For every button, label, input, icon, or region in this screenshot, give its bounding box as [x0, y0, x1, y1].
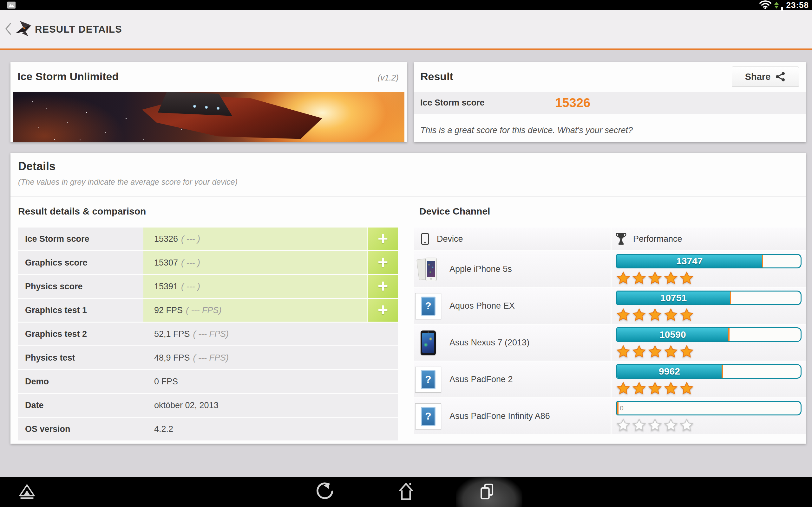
back-icon: [316, 482, 334, 502]
divider: [10, 196, 806, 197]
score-comment: This is a great score for this device. W…: [420, 125, 633, 135]
test-banner-image: [13, 92, 404, 142]
small-apps-icon: [17, 483, 37, 501]
star-filled-icon: [648, 308, 662, 322]
metric-label: Date: [18, 394, 143, 417]
3dmark-logo: [14, 20, 32, 38]
metric-value: 15307( --- ): [143, 251, 367, 274]
star-filled-icon: [664, 271, 678, 285]
result-card: Result Share Ice Storm score 15326 This …: [414, 62, 806, 142]
star-filled-icon: [648, 382, 662, 395]
metric-value: október 02, 2013: [143, 394, 398, 417]
device-placeholder-icon: ?: [415, 293, 441, 319]
metric-value: 0 FPS: [143, 370, 398, 393]
details-note: (The values in grey indicate the average…: [18, 177, 238, 187]
metric-label: OS version: [18, 418, 143, 441]
star-rating: [616, 308, 803, 322]
star-empty-icon: [680, 418, 694, 432]
star-filled-icon: [648, 271, 662, 285]
score-value: 15326: [555, 96, 590, 110]
star-filled-icon: [648, 345, 662, 359]
device-row[interactable]: Asus Nexus 7 (2013)10590: [414, 325, 806, 360]
comparison-row: Graphics test 192 FPS( --- FPS)+: [18, 299, 398, 322]
device-photo-iphone-5s: [415, 257, 441, 282]
device-channel-title: Device Channel: [419, 206, 490, 217]
star-filled-icon: [664, 345, 678, 359]
device-name: Asus PadFone Infinity A86: [450, 411, 550, 421]
test-name: Ice Storm Unlimited: [17, 70, 119, 83]
star-filled-icon: [680, 308, 694, 322]
performance-bar: 10590: [616, 327, 802, 342]
back-chevron-icon: [4, 21, 12, 38]
nav-home-button[interactable]: [382, 477, 430, 507]
header-back-button[interactable]: [0, 10, 14, 49]
comparison-row: Physics test48,9 FPS( --- FPS): [18, 346, 398, 369]
star-filled-icon: [616, 345, 630, 359]
share-icon: [775, 71, 786, 82]
star-filled-icon: [680, 345, 694, 359]
plus-icon: +: [378, 277, 388, 295]
device-row[interactable]: ?Asus PadFone 29962: [414, 361, 806, 397]
comparison-row: Dateoktóber 02, 2013: [18, 394, 398, 417]
metric-label: Graphics score: [18, 251, 143, 274]
nav-back-button[interactable]: [301, 477, 349, 507]
device-column-header: Device: [437, 234, 463, 244]
expand-row-button[interactable]: +: [368, 275, 398, 298]
device-row[interactable]: ?Asus PadFone Infinity A860: [414, 398, 806, 434]
performance-score: 0: [620, 404, 623, 412]
metric-label: Physics score: [18, 275, 143, 298]
comparison-table: Ice Storm score15326( --- )+Graphics sco…: [18, 228, 398, 441]
comparison-row: Graphics score15307( --- )+: [18, 251, 398, 274]
metric-value: 15391( --- ): [143, 275, 367, 298]
metric-value: 92 FPS( --- FPS): [143, 299, 367, 322]
app-header: RESULT DETAILS: [0, 10, 812, 50]
score-label: Ice Storm score: [420, 98, 485, 108]
plus-icon: +: [378, 301, 388, 319]
star-filled-icon: [616, 382, 630, 395]
network-arrows-icon: [774, 2, 779, 9]
expand-row-button[interactable]: +: [368, 299, 398, 322]
test-card: Ice Storm Unlimited (v1.2): [10, 62, 407, 142]
device-name: Aquos Phone EX: [450, 301, 515, 311]
device-row[interactable]: ?Aquos Phone EX10751: [414, 288, 806, 324]
screenshot-icon: [7, 1, 16, 10]
comparison-row: Demo0 FPS: [18, 370, 398, 393]
expand-row-button[interactable]: +: [368, 228, 398, 250]
device-placeholder-icon: ?: [415, 403, 441, 429]
star-rating: [616, 382, 803, 395]
expand-row-button[interactable]: +: [368, 251, 398, 274]
nav-recent-apps-button[interactable]: [463, 477, 511, 507]
metric-value: 48,9 FPS( --- FPS): [143, 346, 398, 369]
star-filled-icon: [664, 308, 678, 322]
metric-value: 52,1 FPS( --- FPS): [143, 323, 398, 345]
performance-column-icon: [615, 232, 627, 246]
small-apps-button[interactable]: [3, 477, 51, 507]
star-empty-icon: [616, 418, 630, 432]
navigation-bar: [0, 477, 812, 507]
star-filled-icon: [664, 382, 678, 395]
details-title: Details: [18, 160, 55, 173]
page-title: RESULT DETAILS: [35, 24, 122, 35]
device-row[interactable]: Apple iPhone 5s13747: [414, 251, 806, 287]
performance-bar-fill: 9962: [617, 365, 723, 378]
metric-label: Demo: [18, 370, 143, 393]
star-filled-icon: [680, 382, 694, 395]
metric-label: Graphics test 2: [18, 323, 143, 345]
comparison-section-title: Result details & comparison: [18, 206, 146, 217]
metric-label: Physics test: [18, 346, 143, 369]
performance-bar: 10751: [616, 291, 802, 305]
share-button[interactable]: Share: [732, 66, 799, 87]
star-rating: [616, 271, 803, 285]
star-empty-icon: [648, 418, 662, 432]
star-filled-icon: [616, 271, 630, 285]
comparison-row: Ice Storm score15326( --- )+: [18, 228, 398, 250]
device-name: Asus PadFone 2: [450, 375, 513, 384]
status-time: 23:58: [786, 0, 809, 10]
star-rating: [616, 418, 803, 432]
star-filled-icon: [632, 382, 646, 395]
comparison-row: Graphics test 252,1 FPS( --- FPS): [18, 323, 398, 345]
wifi-icon: [759, 0, 772, 10]
star-filled-icon: [632, 271, 646, 285]
recent-apps-icon: [478, 482, 496, 502]
performance-bar: 0: [616, 401, 802, 415]
